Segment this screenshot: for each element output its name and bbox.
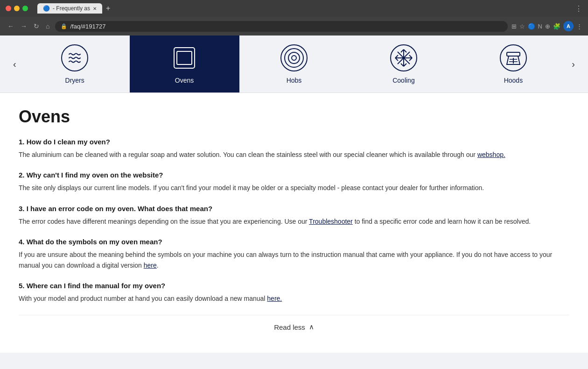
faq-item-1: 1. How do I clean my oven? The aluminium… [19,138,569,160]
profile-button[interactable]: A [563,21,574,31]
hoods-icon [499,44,527,72]
reload-button[interactable]: ↻ [32,21,41,31]
back-button[interactable]: ← [6,21,16,31]
hobs-label: Hobs [287,77,302,84]
chevron-up-icon: ∧ [309,323,314,331]
svg-point-5 [288,52,300,64]
new-tab-button[interactable]: + [104,4,112,13]
address-input-wrap: 🔒 /faq/#191727 [55,21,507,32]
dryers-label: Dryers [65,77,84,84]
troubleshooter-link[interactable]: Troubleshooter [309,218,353,225]
address-bar: ← → ↻ ⌂ 🔒 /faq/#191727 ⊞ ☆ 🔵 N ⊕ 🧩 A ⋮ [0,17,588,35]
svg-point-4 [285,49,303,67]
hob-icon [280,44,308,72]
menu-button[interactable]: ⋮ [576,23,582,30]
faq-item-5: 5. Where can I find the manual for my ov… [19,282,569,304]
browser-menu-icon[interactable]: ⋮ [575,4,582,13]
read-less-bar[interactable]: Read less ∧ [19,315,569,339]
category-hoods[interactable]: Hoods [458,35,568,92]
faq-question-4: 4. What do the symbols on my oven mean? [19,238,569,246]
oven-icon [170,44,198,72]
browser-actions: ⊞ ☆ 🔵 N ⊕ 🧩 A ⋮ [511,21,582,31]
webshop-link[interactable]: webshop. [477,151,505,158]
faq-item-2: 2. Why can't I find my oven on the websi… [19,171,569,193]
minimize-button[interactable] [14,6,20,11]
faq-answer-1: The aluminium can be cleaned with a regu… [19,149,569,160]
faq-answer-5: With your model and product number at ha… [19,293,569,304]
svg-rect-2 [177,51,192,64]
tab-title: - Frequently as [53,5,90,12]
address-display[interactable]: /faq/#191727 [70,23,105,30]
faq-answer-3: The error codes have different meanings … [19,216,569,227]
bookmark-icon[interactable]: ☆ [519,23,525,30]
nav-buttons: ← → ↻ ⌂ [6,21,51,31]
categories-list: Dryers Ovens [20,35,568,92]
dryer-icon [61,44,89,72]
extensions-icon[interactable]: 🧩 [553,23,560,30]
prev-category-button[interactable]: ‹ [9,55,20,73]
lock-icon: 🔒 [61,23,67,29]
category-hobs[interactable]: Hobs [239,35,349,92]
next-category-button[interactable]: › [568,55,579,73]
maximize-button[interactable] [22,6,28,11]
category-ovens[interactable]: Ovens [130,35,239,92]
page-content: ‹ Dryers [0,35,588,369]
faq-question-3: 3. I have an error code on my oven. What… [19,205,569,213]
grid-icon[interactable]: ⊞ [511,23,517,30]
manual-link-2[interactable]: here. [267,295,282,302]
tab-favicon: 🔵 [43,5,50,12]
faq-answer-2: The site only displays our current line … [19,183,569,193]
browser-window: 🔵 - Frequently as ✕ + ⋮ ← → ↻ ⌂ 🔒 /faq/#… [0,0,588,369]
svg-rect-21 [507,52,520,56]
page-title: Ovens [19,107,569,127]
faq-question-5: 5. Where can I find the manual for my ov… [19,282,569,290]
extension1-icon[interactable]: 🔵 [528,23,535,30]
category-nav: ‹ Dryers [0,35,588,93]
extension3-icon[interactable]: ⊕ [545,23,550,30]
faq-item-4: 4. What do the symbols on my oven mean? … [19,238,569,270]
active-tab[interactable]: 🔵 - Frequently as ✕ [37,3,102,14]
extension2-icon[interactable]: N [538,23,542,30]
title-bar: 🔵 - Frequently as ✕ + ⋮ [0,0,588,17]
main-content: Ovens 1. How do I clean my oven? The alu… [0,93,588,353]
cooling-icon [390,44,418,72]
ovens-label: Ovens [175,77,194,84]
tab-close-button[interactable]: ✕ [93,6,97,11]
traffic-lights [6,6,28,11]
home-button[interactable]: ⌂ [44,21,51,31]
tab-bar: 🔵 - Frequently as ✕ + [37,3,571,14]
faq-question-1: 1. How do I clean my oven? [19,138,569,146]
svg-point-6 [292,56,296,60]
category-cooling[interactable]: Cooling [349,35,458,92]
category-dryers[interactable]: Dryers [20,35,130,92]
manual-link-1[interactable]: here [144,262,157,269]
cooling-label: Cooling [392,77,414,84]
faq-question-2: 2. Why can't I find my oven on the websi… [19,171,569,179]
faq-item-3: 3. I have an error code on my oven. What… [19,205,569,227]
close-button[interactable] [6,6,11,11]
read-less-label: Read less [274,323,305,331]
faq-answer-4: If you are unsure about the meaning behi… [19,249,569,270]
hoods-label: Hoods [504,77,523,84]
forward-button[interactable]: → [19,21,29,31]
